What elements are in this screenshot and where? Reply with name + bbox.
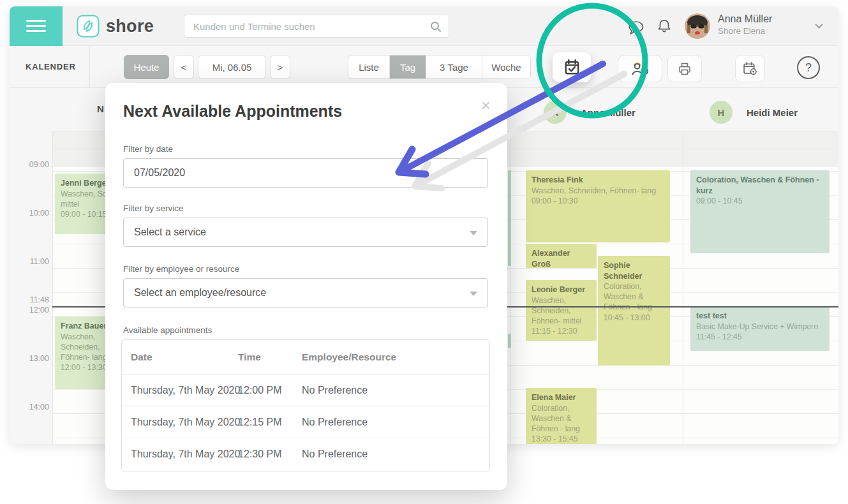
search-input[interactable] (184, 15, 449, 38)
table-row[interactable]: Thursday, 7th May 2020 12:15 PM No Prefe… (122, 406, 489, 438)
caret-down-icon (470, 292, 477, 296)
appointment-title: Theresia Fink (532, 175, 664, 186)
appointment-time: 13:30 - 15:45 (532, 434, 591, 444)
user-avatar[interactable] (685, 13, 710, 39)
shore-logo[interactable]: shore (77, 14, 154, 38)
table-header-row: Date Time Employee/Resource (122, 340, 489, 374)
table-row[interactable]: Thursday, 7th May 2020 12:30 PM No Prefe… (122, 438, 489, 470)
chevron-down-icon[interactable] (815, 24, 823, 29)
appointment-test-test[interactable]: test test Basic Make-Up Service + Wimper… (690, 306, 829, 351)
calendar-check-icon (563, 59, 581, 76)
service-select[interactable]: Select a service (123, 218, 488, 247)
menu-button[interactable] (10, 6, 63, 46)
time-label: 12:00 (20, 306, 49, 315)
chat-icon[interactable] (627, 20, 645, 34)
user-org: Shore Elena (718, 26, 772, 36)
next-available-appointments-modal: Next Available Appointments × Filter by … (105, 83, 507, 490)
cell-date: Thursday, 7th May 2020 (131, 417, 240, 428)
appointment-alexander-gross[interactable]: Alexander Groß Maschinen- (526, 244, 597, 268)
appointment-service: Waschen, Schneiden, Föhnen- mittel (532, 295, 591, 327)
available-appointments-label: Available appointments (123, 325, 212, 335)
column-header-1[interactable]: N (97, 103, 104, 114)
next-available-appointments-button[interactable] (553, 52, 591, 82)
column-name: Anna Müller (581, 107, 636, 118)
help-button[interactable]: ? (797, 56, 820, 79)
appointment-sophie-schneider[interactable]: Sophie Schneider Coloration, Waschen & F… (598, 256, 670, 366)
column-header-date: Date (131, 352, 152, 363)
search-field[interactable] (184, 15, 449, 37)
section-label: KALENDER (26, 62, 76, 71)
column-header-anna-mueller[interactable]: A Anna Müller (544, 101, 636, 124)
cell-time: 12:00 PM (238, 385, 281, 396)
user-name: Anna Müller (718, 13, 772, 25)
modal-title: Next Available Appointments (123, 102, 342, 121)
notifications-bell-icon[interactable] (657, 18, 672, 34)
user-menu[interactable]: Anna Müller Shore Elena (718, 13, 772, 36)
table-row[interactable]: Thursday, 7th May 2020 12:00 PM No Prefe… (122, 374, 489, 406)
time-label: 13:00 (20, 354, 49, 363)
cell-date: Thursday, 7th May 2020 (131, 385, 240, 396)
column-header-employee: Employee/Resource (302, 352, 396, 363)
cell-employee: No Preference (302, 385, 368, 396)
appointment-service: Waschen, Schneiden, Föhnen- lang (532, 186, 664, 196)
cell-employee: No Preference (302, 417, 368, 428)
time-label: 11:00 (20, 257, 49, 266)
calendar-gear-icon (742, 61, 758, 77)
tab-liste[interactable]: Liste (348, 56, 389, 78)
employee-select[interactable]: Select an employee/resource (123, 278, 488, 308)
appointment-theresia-fink[interactable]: Theresia Fink Waschen, Schneiden, Föhnen… (526, 170, 670, 242)
appointment-service: Coloration, Waschen & Föhnen - lang (604, 281, 664, 313)
next-day-button[interactable]: > (270, 55, 290, 79)
top-header: shore (10, 6, 838, 46)
appointment-time: 09:00 - 10:45 (696, 196, 824, 206)
time-label: 14:00 (20, 403, 49, 411)
calendar-settings-button[interactable] (735, 55, 765, 82)
search-icon (429, 20, 442, 33)
column-name: N (97, 103, 104, 114)
appointment-time: 11:15 - 12:30 (532, 326, 591, 336)
available-appointments-table: Date Time Employee/Resource Thursday, 7t… (121, 339, 490, 471)
tab-woche[interactable]: Woche (482, 56, 530, 78)
tab-tag[interactable]: Tag (389, 56, 426, 78)
appointment-elena-maier[interactable]: Elena Maier Coloration, Waschen & Föhnen… (526, 388, 597, 444)
filter-service-label: Filter by service (123, 204, 184, 213)
date-filter-field[interactable] (124, 159, 487, 187)
walk-in-customer-button[interactable] (618, 55, 662, 82)
view-switcher: Liste Tag 3 Tage Woche (348, 55, 531, 79)
appointment-sliver (508, 170, 511, 266)
cell-date: Thursday, 7th May 2020 (131, 448, 240, 460)
appointment-service: Coloration, Waschen & Föhnen - lang (532, 403, 591, 434)
print-button[interactable] (667, 55, 702, 82)
appointment-title: Leonie Berger (532, 285, 591, 295)
appointment-time: 09:00 - 10:30 (532, 196, 664, 206)
close-icon[interactable]: × (481, 97, 491, 114)
cell-time: 12:30 PM (238, 448, 281, 460)
column-header-heidi-meier[interactable]: H Heidi Meier (710, 101, 798, 124)
logo-text: shore (106, 17, 154, 36)
employee-avatar: A (544, 101, 567, 124)
appointment-sliver (508, 334, 511, 348)
today-button[interactable]: Heute (124, 55, 169, 79)
employee-avatar: H (710, 101, 733, 124)
date-picker-button[interactable]: Mi, 06.05 (198, 55, 266, 79)
cell-employee: No Preference (302, 448, 368, 460)
time-label: 10:00 (20, 209, 49, 218)
appointment-title: test test (696, 311, 824, 322)
user-avatar-image (685, 13, 710, 39)
printer-icon (677, 61, 692, 77)
person-clock-icon (630, 61, 650, 77)
column-header-time: Time (238, 352, 261, 363)
service-select-value: Select a service (134, 226, 206, 238)
toolbar-divider (89, 46, 90, 88)
column-name: Heidi Meier (747, 107, 798, 118)
appointment-coloration-kurz[interactable]: Coloration, Waschen & Föhnen - kurz 09:0… (690, 170, 829, 253)
calendar-toolbar: KALENDER Heute < Mi, 06.05 > Liste Tag 3… (10, 46, 838, 88)
hamburger-icon (26, 20, 46, 33)
date-filter-input[interactable] (123, 158, 488, 188)
appointment-title: Alexander Groß (532, 248, 591, 268)
tab-3-tage[interactable]: 3 Tage (426, 56, 482, 78)
appointment-leonie-berger[interactable]: Leonie Berger Waschen, Schneiden, Föhnen… (526, 280, 597, 341)
prev-day-button[interactable]: < (174, 55, 194, 79)
appointment-title: Coloration, Waschen & Föhnen - kurz (696, 175, 824, 196)
appointment-time: 10:45 - 13:00 (604, 313, 664, 323)
